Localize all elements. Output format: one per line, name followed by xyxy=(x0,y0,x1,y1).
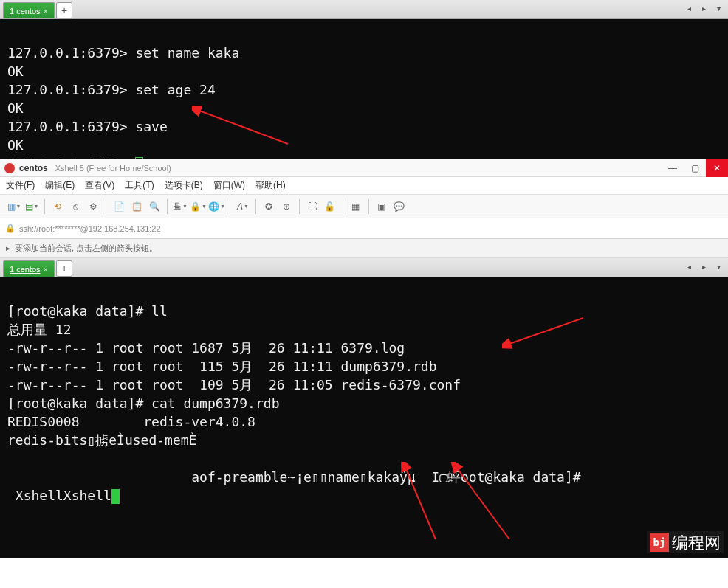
watermark-text: 编程网 xyxy=(672,533,721,552)
xshell-titlebar: centos Xshell 5 (Free for Home/School) —… xyxy=(0,159,728,177)
svg-line-1 xyxy=(199,111,288,144)
output: 总用量 12 xyxy=(7,322,72,337)
separator xyxy=(255,199,256,214)
menu-view[interactable]: 查看(V) xyxy=(85,179,114,192)
xshell-addressbar: 🔒 ssh://root:********@192.168.254.131:22 xyxy=(0,218,728,239)
prompt: [root@kaka data]# xyxy=(7,303,151,319)
app-name: centos xyxy=(19,163,48,173)
separator xyxy=(299,199,300,214)
output: REDIS0008 redis-ver4.0.8 xyxy=(7,414,255,429)
prompt: 127.0.0.1:6379> xyxy=(7,45,135,60)
tab-close-icon[interactable]: × xyxy=(44,261,48,277)
output: XshellXshell xyxy=(7,488,111,503)
upper-tab-bar: 1 centos × + ◂ ▸ ▾ xyxy=(0,0,728,19)
reconnect-button[interactable]: ⟲ xyxy=(49,198,66,215)
menu-window[interactable]: 窗口(W) xyxy=(213,179,245,192)
hint-text: 要添加当前会话, 点击左侧的箭头按钮。 xyxy=(15,243,157,254)
lock-icon: 🔒 xyxy=(6,224,15,233)
minimize-button[interactable]: — xyxy=(662,159,684,177)
world-button[interactable]: ⊕ xyxy=(278,198,295,215)
separator xyxy=(230,199,230,214)
output: -rw-r--r-- 1 root root 115 5月 26 11:11 d… xyxy=(7,359,437,374)
tab-label: 1 centos xyxy=(10,261,41,277)
properties-button[interactable]: ⚙ xyxy=(85,198,101,215)
tab-close-icon[interactable]: × xyxy=(44,3,48,19)
output: -rw-r--r-- 1 root root 1687 5月 26 11:11 … xyxy=(7,340,405,356)
disconnect-button[interactable]: ⎋ xyxy=(67,198,83,215)
output: redis-bits▯掳eÌused-memÈ xyxy=(7,432,196,448)
watermark-logo-icon: bj xyxy=(650,533,669,552)
fullscreen-button[interactable]: ⛶ xyxy=(304,198,320,215)
menu-file[interactable]: 文件(F) xyxy=(6,179,35,192)
tab-label: 1 centos xyxy=(10,3,41,19)
output: -rw-r--r-- 1 root root 109 5月 26 11:05 r… xyxy=(7,377,461,392)
command: set name kaka xyxy=(135,45,239,60)
lock-button[interactable]: 🔒▼ xyxy=(190,198,207,215)
open-button[interactable]: ▤▼ xyxy=(24,198,40,215)
chat-button[interactable]: 💬 xyxy=(391,198,408,215)
tab-prev-icon[interactable]: ◂ xyxy=(682,3,696,16)
xshell-hintbar: ▸ 要添加当前会话, 点击左侧的箭头按钮。 xyxy=(0,239,728,258)
menu-tabs[interactable]: 选项卡(B) xyxy=(165,179,203,192)
command: ll xyxy=(151,303,168,319)
tab-next-icon[interactable]: ▸ xyxy=(697,3,710,16)
star-button[interactable]: ✪ xyxy=(261,198,277,215)
font-button[interactable]: A▼ xyxy=(235,198,251,215)
tab-centos-upper[interactable]: 1 centos × xyxy=(3,2,55,18)
tab-add-button[interactable]: + xyxy=(56,2,72,18)
command: cat dump6379.rdb xyxy=(151,395,279,411)
app-logo-icon xyxy=(4,163,15,173)
tab-next-icon[interactable]: ▸ xyxy=(697,261,710,274)
svg-line-2 xyxy=(509,318,583,344)
tab-centos-lower[interactable]: 1 centos × xyxy=(3,260,55,277)
tab-menu-icon[interactable]: ▾ xyxy=(712,261,725,274)
xshell-menubar: 文件(F) 编辑(E) 查看(V) 工具(T) 选项卡(B) 窗口(W) 帮助(… xyxy=(0,177,728,195)
output: OK xyxy=(7,137,24,153)
lower-terminal[interactable]: [root@kaka data]# ll 总用量 12 -rw-r--r-- 1… xyxy=(0,277,728,558)
xshell-toolbar: ▥▼ ▤▼ ⟲ ⎋ ⚙ 📄 📋 🔍 🖶▼ 🔒▼ 🌐▼ A▼ ✪ ⊕ ⛶ 🔓 ▦ … xyxy=(0,195,728,218)
red-arrow-icon xyxy=(192,103,295,148)
lock2-button[interactable]: 🔓 xyxy=(322,198,338,215)
prompt: [root@kaka data]# xyxy=(7,395,151,411)
separator xyxy=(106,199,106,214)
command: set age 24 xyxy=(135,82,215,97)
globe-button[interactable]: 🌐▼ xyxy=(208,198,225,215)
separator xyxy=(343,199,343,214)
separator xyxy=(167,199,168,214)
output: OK xyxy=(7,63,24,79)
output: OK xyxy=(7,100,24,116)
lower-tab-bar: 1 centos × + ◂ ▸ ▾ xyxy=(0,258,728,277)
app-subtitle: Xshell 5 (Free for Home/School) xyxy=(55,164,171,173)
new-button[interactable]: ▥▼ xyxy=(6,198,22,215)
copy-button[interactable]: 📄 xyxy=(111,198,127,215)
watermark: bj 编程网 xyxy=(647,531,724,553)
tab-prev-icon[interactable]: ◂ xyxy=(682,261,696,274)
find-button[interactable]: 🔍 xyxy=(146,198,162,215)
tab-add-button[interactable]: + xyxy=(56,260,72,277)
tab-menu-icon[interactable]: ▾ xyxy=(712,3,725,16)
command: save xyxy=(135,119,167,134)
ssh-address[interactable]: ssh://root:********@192.168.254.131:22 xyxy=(19,224,161,233)
red-arrow-icon xyxy=(502,314,591,351)
menu-tools[interactable]: 工具(T) xyxy=(125,179,154,192)
hint-icon[interactable]: ▸ xyxy=(6,243,10,253)
compose-button[interactable]: ▦ xyxy=(348,198,364,215)
prompt: 127.0.0.1:6379> xyxy=(7,82,135,97)
maximize-button[interactable]: ▢ xyxy=(684,159,706,177)
close-button[interactable]: ✕ xyxy=(706,159,728,177)
separator xyxy=(44,199,45,214)
menu-help[interactable]: 帮助(H) xyxy=(255,179,286,192)
upper-terminal[interactable]: 127.0.0.1:6379> set name kaka OK 127.0.0… xyxy=(0,19,728,159)
prompt: 127.0.0.1:6379> xyxy=(7,119,135,134)
menu-edit[interactable]: 编辑(E) xyxy=(45,179,75,192)
separator xyxy=(368,199,369,214)
cursor-icon xyxy=(111,489,120,504)
terminal-button[interactable]: ▣ xyxy=(374,198,390,215)
print-button[interactable]: 🖶▼ xyxy=(172,198,188,215)
paste-button[interactable]: 📋 xyxy=(128,198,145,215)
output: aof-preamble~¡e▯▯name▯kakaÿµ I▢蚲oot@kaka… xyxy=(7,469,581,485)
